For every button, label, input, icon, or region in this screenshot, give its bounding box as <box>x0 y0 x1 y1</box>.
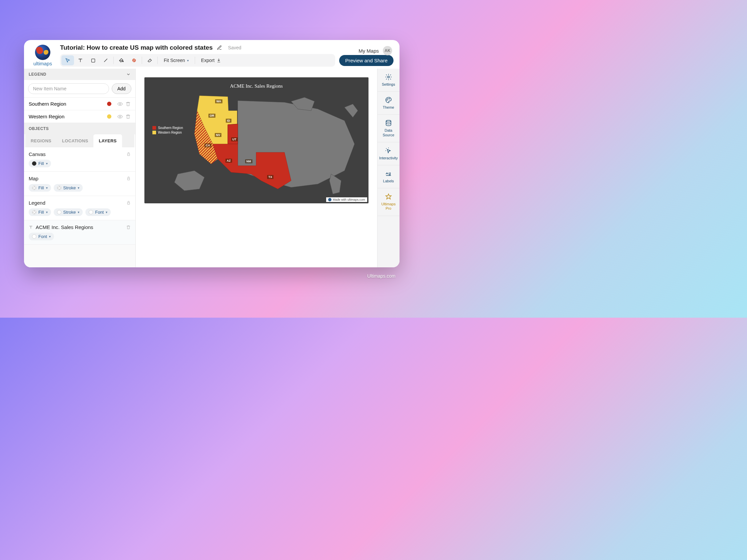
text-tool-button[interactable] <box>74 55 87 65</box>
eye-icon[interactable] <box>118 101 123 107</box>
preview-share-button[interactable]: Preview and Share <box>339 55 393 66</box>
rail-labels-button[interactable]: Labels <box>378 165 400 188</box>
stroke-chip[interactable]: Stroke▾ <box>54 184 83 192</box>
objects-header: OBJECTS <box>24 123 135 134</box>
svg-point-10 <box>387 76 389 78</box>
svg-point-1 <box>122 61 123 62</box>
state-label: NV <box>215 133 222 137</box>
map-legend-box: Southern Region Western Region <box>152 126 183 135</box>
layer-title: ACME Inc. Sales Regions <box>29 224 93 230</box>
brand-logo[interactable]: ultimaps <box>30 45 55 66</box>
stroke-chip[interactable]: Stroke▾ <box>54 208 83 216</box>
rail-data-source-button[interactable]: Data Source <box>378 115 400 142</box>
legend-item-label: Western Region <box>29 114 65 119</box>
pointer-icon <box>385 147 392 154</box>
svg-point-14 <box>386 120 391 122</box>
saved-status: Saved <box>228 45 241 50</box>
layer-block-canvas: Canvas Fill▾ <box>24 147 135 172</box>
lock-icon <box>126 152 131 156</box>
star-icon <box>385 193 392 200</box>
legend-add-button[interactable]: Add <box>112 83 131 94</box>
font-chip[interactable]: Font▾ <box>29 233 54 240</box>
svg-rect-7 <box>127 203 130 204</box>
edit-icon[interactable] <box>217 45 222 50</box>
state-label: WA <box>215 99 223 103</box>
font-chip[interactable]: Font▾ <box>85 208 111 216</box>
eye-icon[interactable] <box>118 114 123 119</box>
eraser-tool-button[interactable] <box>144 55 156 65</box>
trash-icon[interactable] <box>125 114 131 119</box>
brand-name: ultimaps <box>33 61 52 66</box>
lock-icon <box>126 176 131 181</box>
svg-point-12 <box>387 99 388 99</box>
legend-item-label: Southern Region <box>29 101 67 107</box>
legend-section-header[interactable]: LEGEND <box>24 69 135 80</box>
trash-icon[interactable] <box>126 225 131 230</box>
download-icon <box>216 58 221 63</box>
layer-block-legend: Legend Fill▾ Stroke▾ Font▾ <box>24 196 135 220</box>
legend-header-label: LEGEND <box>29 72 46 77</box>
database-icon <box>385 119 392 127</box>
doc-title: Tutorial: How to create US map with colo… <box>60 44 213 51</box>
state-label: NM <box>245 159 253 163</box>
left-panel: LEGEND Add Southern Region Western Regio… <box>24 69 136 267</box>
lock-icon <box>126 201 131 205</box>
fill-chip[interactable]: Fill▾ <box>29 160 51 167</box>
svg-point-11 <box>387 100 387 100</box>
us-map-svg <box>145 77 368 203</box>
map-attribution: Made with ultimaps.com <box>326 197 367 202</box>
gear-icon <box>385 73 392 81</box>
pattern-tool-button[interactable] <box>128 55 140 65</box>
trash-icon[interactable] <box>125 101 131 107</box>
avatar[interactable]: AK <box>383 46 392 55</box>
map-canvas[interactable]: ACME Inc. Sales Regions <box>145 77 368 203</box>
cursor-tool-button[interactable] <box>61 55 74 65</box>
export-button[interactable]: Export <box>197 55 226 65</box>
svg-rect-5 <box>127 154 130 156</box>
fill-tool-button[interactable] <box>115 55 128 65</box>
rail-pro-button[interactable]: Ultimaps Pro <box>378 188 400 216</box>
layer-title: Legend <box>29 200 45 206</box>
chevron-down-icon <box>126 72 131 77</box>
rect-tool-button[interactable] <box>87 55 99 65</box>
layer-title: Map <box>29 176 38 181</box>
body-row: LEGEND Add Southern Region Western Regio… <box>24 69 400 267</box>
export-label: Export <box>201 58 214 63</box>
my-maps-link[interactable]: My Maps <box>359 48 379 54</box>
tab-layers[interactable]: LAYERS <box>93 134 122 147</box>
layer-title: Canvas <box>29 151 46 157</box>
state-label: CA <box>204 143 211 147</box>
svg-point-3 <box>120 103 121 105</box>
line-tool-button[interactable] <box>99 55 112 65</box>
state-label: AZ <box>226 159 232 163</box>
palette-icon <box>385 96 392 104</box>
rail-settings-button[interactable]: Settings <box>378 69 400 92</box>
svg-rect-0 <box>92 59 95 62</box>
app-window: ultimaps Tutorial: How to create US map … <box>24 40 400 267</box>
fill-chip[interactable]: Fill▾ <box>29 184 51 192</box>
legend-name-input[interactable] <box>28 83 109 94</box>
fit-screen-label: Fit Screen <box>164 58 185 63</box>
legend-input-row: Add <box>24 80 135 98</box>
state-label: UT <box>231 137 238 141</box>
header-row: ultimaps Tutorial: How to create US map … <box>24 40 400 69</box>
header-actions: My Maps AK <box>359 46 392 55</box>
legend-swatch <box>107 102 111 106</box>
legend-item[interactable]: Southern Region <box>24 98 135 110</box>
fill-chip[interactable]: Fill▾ <box>29 208 51 216</box>
svg-point-13 <box>389 99 390 99</box>
tab-regions[interactable]: REGIONS <box>25 134 57 147</box>
tab-locations[interactable]: LOCATIONS <box>57 134 93 147</box>
state-label: ID <box>226 119 231 123</box>
labels-icon <box>385 170 392 177</box>
globe-icon <box>35 45 50 60</box>
title-area: Tutorial: How to create US map with colo… <box>60 44 393 67</box>
svg-point-4 <box>120 116 121 117</box>
layer-block-text: ACME Inc. Sales Regions Font▾ <box>24 220 135 245</box>
rail-interactivity-button[interactable]: Interactivity <box>378 142 400 165</box>
rail-theme-button[interactable]: Theme <box>378 92 400 115</box>
canvas-area[interactable]: ACME Inc. Sales Regions <box>136 69 377 267</box>
title-row: Tutorial: How to create US map with colo… <box>60 44 393 51</box>
legend-item[interactable]: Western Region <box>24 110 135 123</box>
fit-screen-dropdown[interactable]: Fit Screen▾ <box>159 55 194 65</box>
